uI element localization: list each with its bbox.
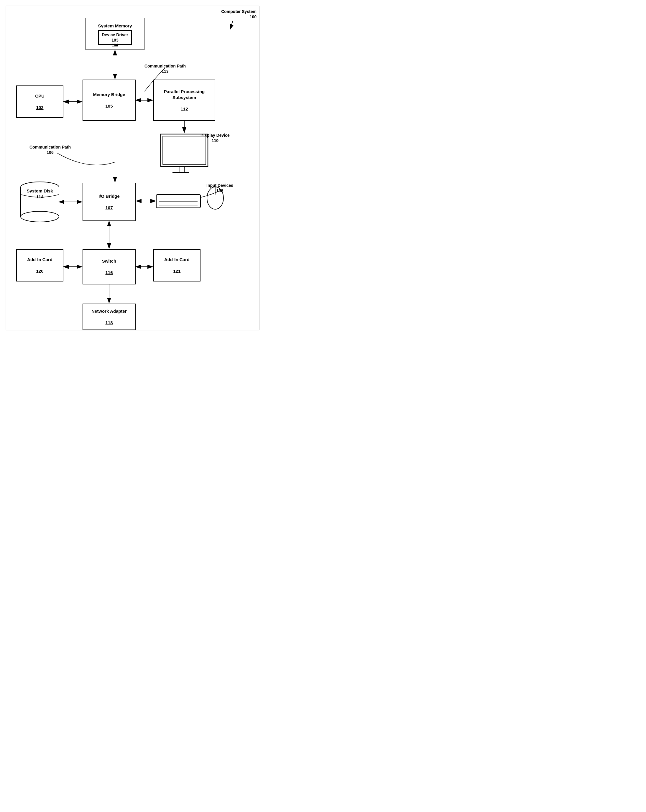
input-devices-label: Input Devices 108 <box>206 183 233 193</box>
add-in-card-121-box: Add-In Card 121 <box>153 249 200 281</box>
display-device-label: Display Device 110 <box>200 133 230 143</box>
diagram-container: Computer System 100 System Memory Device… <box>0 0 265 333</box>
switch-box: Switch 116 <box>82 249 136 284</box>
system-disk-label: System Disk 114 <box>21 188 58 200</box>
system-memory-box: System Memory Device Driver 103 104 <box>86 18 145 50</box>
svg-rect-8 <box>180 166 184 172</box>
io-bridge-box: I/O Bridge 107 <box>82 183 136 221</box>
comm-path-106-label: Communication Path 106 <box>29 144 71 155</box>
memory-bridge-box: Memory Bridge 105 <box>82 79 136 121</box>
svg-point-22 <box>21 211 59 222</box>
parallel-processing-box: Parallel Processing Subsystem 112 <box>153 79 215 121</box>
comm-path-113-label: Communication Path 113 <box>145 63 186 74</box>
add-in-card-120-box: Add-In Card 120 <box>16 249 63 281</box>
network-adapter-box: Network Adapter 118 <box>82 304 136 330</box>
computer-system-label: Computer System 100 <box>221 9 257 20</box>
svg-rect-10 <box>163 136 206 165</box>
cpu-box: CPU 102 <box>16 85 63 118</box>
svg-rect-11 <box>156 195 200 208</box>
